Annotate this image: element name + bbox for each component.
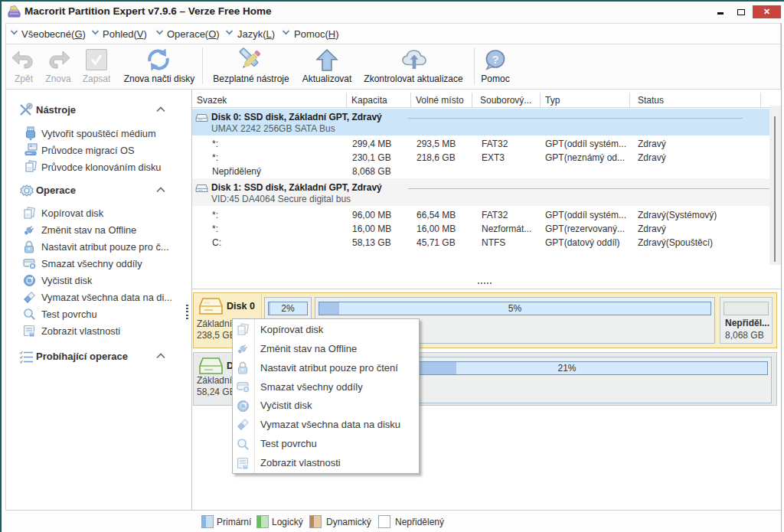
- svg-text:?: ?: [492, 53, 498, 66]
